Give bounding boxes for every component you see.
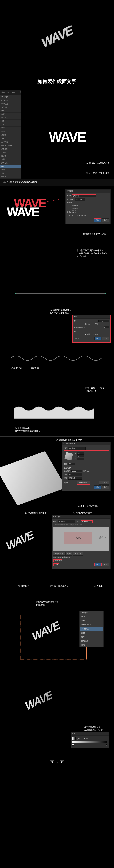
- sidebar-item[interactable]: 分色預視: [0, 106, 21, 109]
- map-surface-preview[interactable]: WAVE 調整大小: [53, 527, 109, 551]
- map-art-button[interactable]: 對應線條圖...: [77, 481, 90, 485]
- bevel-select[interactable]: 無: [68, 473, 82, 476]
- guides-checkbox[interactable]: ☐ 啟用 9 切片縮放的參考線: [67, 215, 86, 217]
- sidebar-item[interactable]: 圖層: [0, 113, 21, 116]
- gradient-stop-1[interactable]: [72, 744, 74, 746]
- sidebar-item[interactable]: SVG 互動: [0, 102, 21, 106]
- ok-button[interactable]: 確定: [94, 337, 101, 340]
- sidebar-item-symbols[interactable]: 符號: [0, 165, 21, 168]
- radial-gradient-icon[interactable]: ◉: [84, 738, 85, 740]
- line-segment-object[interactable]: [15, 293, 106, 294]
- radio-absolute[interactable]: ● 絕對的: [93, 323, 99, 325]
- sidebar-item[interactable]: 文字緒: [0, 154, 21, 158]
- next-surface-icon[interactable]: ▶: [88, 521, 89, 523]
- sidebar-item[interactable]: 圖樣選項: [0, 116, 21, 120]
- rot-x-input[interactable]: [77, 452, 84, 455]
- cancel-button[interactable]: 取消: [102, 485, 109, 489]
- sidebar-item[interactable]: 外觀: [0, 120, 21, 123]
- preview-checkbox[interactable]: ☑ 預視: [64, 482, 69, 484]
- annotation-2: ② 使用「物件」→「擴充外觀」: [10, 366, 42, 370]
- radio-corner[interactable]: ○ 尖角: [93, 333, 98, 336]
- 3d-extruded-shape[interactable]: [0, 451, 66, 505]
- closed-wave-shape[interactable]: [14, 403, 94, 423]
- registration-grid[interactable]: [72, 210, 76, 214]
- sidebar-item[interactable]: 繪圖樣式: [0, 175, 21, 179]
- context-item[interactable]: 透視: [79, 619, 104, 623]
- sidebar-item[interactable]: 漸層: [0, 158, 21, 161]
- context-item[interactable]: 重做: [79, 615, 104, 619]
- preview-checkbox[interactable]: ☑ 預視: [53, 563, 59, 566]
- cancel-button[interactable]: 取消: [102, 563, 109, 566]
- ok-button[interactable]: 確定: [94, 218, 101, 222]
- size-input[interactable]: [99, 320, 109, 322]
- final-wave-gradient[interactable]: WAVE: [25, 688, 53, 713]
- context-item[interactable]: 隔離選取的群組: [79, 623, 104, 627]
- sidebar-item[interactable]: 導覽器: [0, 133, 21, 137]
- sidebar-item[interactable]: 文件資訊: [0, 151, 21, 154]
- radio-relative[interactable]: ○ 相對的: [84, 323, 90, 325]
- prev-surface-icon[interactable]: ◀: [84, 521, 85, 523]
- preview-checkbox[interactable]: ☑ 預視: [74, 338, 79, 340]
- radio-dynamic[interactable]: ○ 動態符號: [71, 205, 78, 207]
- clear-button[interactable]: 清除: [66, 552, 72, 556]
- gradient-swatch[interactable]: [72, 737, 76, 740]
- last-surface-icon[interactable]: ⏭: [90, 521, 91, 523]
- position-select[interactable]: 自訂旋轉: [68, 447, 86, 450]
- depth-input[interactable]: [71, 470, 82, 472]
- canvas[interactable]: WAVE ① 使用文字工具輸入文字 ② 從「視窗」中叫出符號: [21, 90, 114, 179]
- context-item[interactable]: 排列順序: [79, 639, 104, 643]
- context-item[interactable]: 還原移動: [79, 611, 104, 615]
- wave-text-red[interactable]: WAVE: [14, 196, 46, 210]
- sidebar-item[interactable]: 屬性: [0, 137, 21, 141]
- sidebar-item[interactable]: 平面化工具預視: [0, 144, 21, 147]
- symbol-select[interactable]: 新增符號: [58, 520, 75, 523]
- axis-icon: ⟲: [75, 455, 76, 457]
- wave-text-object[interactable]: WAVE: [49, 129, 86, 145]
- symbol-name-input[interactable]: [72, 194, 96, 197]
- shade-checkbox[interactable]: ☐ 陰影原圖 (處理速度較慢): [53, 556, 72, 558]
- context-item[interactable]: 變形: [79, 635, 104, 639]
- scale-fit-button[interactable]: 縮放以符合: [53, 552, 65, 556]
- perspective-input[interactable]: [68, 463, 75, 465]
- context-item[interactable]: 簡化...: [79, 631, 104, 635]
- menu-item[interactable]: 物件: [12, 91, 16, 94]
- menu-item[interactable]: 檔案: [1, 91, 5, 94]
- rot-z-input[interactable]: [77, 458, 84, 460]
- sidebar-item[interactable]: 動作: [0, 109, 21, 113]
- surface-select[interactable]: 塑膠效果: [68, 477, 82, 479]
- sidebar-item[interactable]: 字符: [0, 127, 21, 130]
- first-surface-icon[interactable]: ⏮: [82, 521, 83, 523]
- sidebar-item[interactable]: 對齊: [0, 130, 21, 133]
- clear-all-button[interactable]: 全部清除: [73, 552, 83, 556]
- invisible-geometry-checkbox[interactable]: ☑ 隱藏幾何: [53, 559, 62, 562]
- radio-static[interactable]: ● 靜態符號: [71, 208, 78, 210]
- rot-y-input[interactable]: [77, 455, 84, 458]
- menu-item[interactable]: 編輯: [7, 91, 10, 94]
- radio-smooth[interactable]: ● 平滑: [85, 333, 90, 336]
- ok-button[interactable]: 確定: [94, 563, 102, 566]
- step-9: WAVE 填充想要的漸層色 再調整渾然度，完成 漸層 類型: ▬ ◉ ⬡: [0, 673, 114, 753]
- cancel-button[interactable]: 取消: [102, 337, 109, 340]
- sidebar-item[interactable]: 筆刷: [0, 168, 21, 172]
- cancel-button[interactable]: 取消: [102, 218, 109, 222]
- rotation-cube-icon[interactable]: [65, 452, 73, 461]
- gradient-stop-2[interactable]: [106, 744, 107, 746]
- ridges-input[interactable]: [104, 326, 109, 329]
- sidebar-item[interactable]: 筆畫: [0, 172, 21, 175]
- more-options-button[interactable]: 更多選項: [99, 481, 109, 485]
- cap-on-icon[interactable]: ◉: [87, 470, 89, 472]
- linear-gradient-icon[interactable]: ▬: [81, 738, 83, 740]
- sidebar-item[interactable]: CSS 內容: [0, 99, 21, 102]
- sidebar-item[interactable]: 字元: [0, 123, 21, 127]
- sidebar-item[interactable]: 工作區域: [0, 141, 21, 144]
- cap-off-icon[interactable]: ○: [90, 470, 90, 472]
- sidebar-item[interactable]: 影像描圖: [0, 147, 21, 151]
- sidebar-item[interactable]: 版本記錄: [0, 161, 21, 165]
- context-item-ungroup[interactable]: 解散群組: [79, 627, 104, 631]
- ok-button[interactable]: 確定: [94, 485, 101, 489]
- gradient-slider[interactable]: [72, 741, 107, 743]
- sidebar-item[interactable]: 3D 和材質: [0, 95, 21, 99]
- freeform-gradient-icon[interactable]: ⬡: [86, 738, 88, 740]
- type-select[interactable]: 影片片段: [75, 198, 85, 201]
- context-item[interactable]: 選取: [79, 643, 104, 647]
